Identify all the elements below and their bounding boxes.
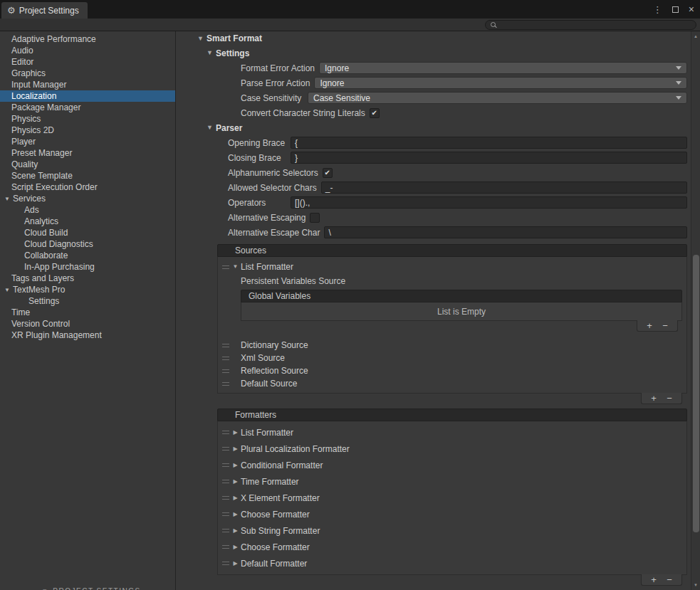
remove-button[interactable]: − <box>664 575 674 584</box>
foldout-open-icon[interactable]: ▼ <box>4 196 13 202</box>
sidebar-item-audio[interactable]: Audio <box>0 45 175 56</box>
drag-handle-icon[interactable] <box>222 369 229 373</box>
list-item-xml-source[interactable]: Xml Source <box>218 352 686 364</box>
sidebar-item-xr-plugin-management[interactable]: XR Plugin Management <box>0 330 175 341</box>
sidebar-item-scene-template[interactable]: Scene Template <box>0 170 175 181</box>
sidebar-item-tags-and-layers[interactable]: Tags and Layers <box>0 273 175 284</box>
sidebar-item-editor[interactable]: Editor <box>0 56 175 68</box>
sidebar-item-ads[interactable]: Ads <box>0 204 175 216</box>
sidebar-item-localization[interactable]: Localization <box>0 90 175 102</box>
drag-handle-icon[interactable] <box>222 496 229 500</box>
list-item-plural-localization-formatter[interactable]: ▶ Plural Localization Formatter <box>218 441 686 457</box>
field-row-case-sensitivity: Case Sensitivity Case Sensitive <box>241 90 687 105</box>
foldout-closed-icon[interactable]: ▶ <box>232 561 239 567</box>
checkbox[interactable]: ✔ <box>370 108 380 118</box>
sidebar-item-version-control[interactable]: Version Control <box>0 318 175 330</box>
remove-button[interactable]: − <box>660 321 670 330</box>
scroll-up-icon[interactable]: ▲ <box>691 33 700 40</box>
sidebar-item-player[interactable]: Player <box>0 136 175 147</box>
sidebar-item-services[interactable]: ▼ Services <box>0 193 175 204</box>
drag-handle-icon[interactable] <box>222 344 229 347</box>
sidebar-item-quality[interactable]: Quality <box>0 159 175 170</box>
sidebar-item-cloud-build[interactable]: Cloud Build <box>0 227 175 238</box>
text-input[interactable]: \ <box>324 226 687 238</box>
sidebar-item-adaptive-performance[interactable]: Adaptive Performance <box>0 33 175 45</box>
list-item-list-formatter[interactable]: ▶ List Formatter <box>218 424 686 441</box>
sidebar-item-analytics[interactable]: Analytics <box>0 216 175 227</box>
smart-format-foldout[interactable]: ▼ Smart Format <box>197 31 691 46</box>
foldout-open-icon[interactable]: ▼ <box>232 264 239 270</box>
drag-handle-icon[interactable] <box>222 545 229 549</box>
foldout-closed-icon[interactable]: ▶ <box>232 512 239 517</box>
foldout-closed-icon[interactable]: ▶ <box>232 446 239 452</box>
sidebar-item-package-manager[interactable]: Package Manager <box>0 102 175 113</box>
sidebar-item-graphics[interactable]: Graphics <box>0 68 175 79</box>
list-item-choose-formatter[interactable]: ▶ Choose Formatter <box>218 506 686 522</box>
foldout-closed-icon[interactable]: ▶ <box>232 479 239 485</box>
global-variables-header: Global Variables <box>241 290 682 302</box>
dropdown-field[interactable]: Case Sensitive <box>308 92 687 104</box>
drag-handle-icon[interactable] <box>222 512 229 516</box>
section-foldout[interactable]: ▼ Parser <box>207 120 691 135</box>
close-icon[interactable]: × <box>689 4 694 14</box>
section-foldout-icon: ▼ <box>207 50 214 56</box>
list-item-x-element-formatter[interactable]: ▶ X Element Formatter <box>218 490 686 506</box>
list-item-conditional-formatter[interactable]: ▶ Conditional Formatter <box>218 457 686 473</box>
dropdown-field[interactable]: Ignore <box>319 62 687 74</box>
tab-project-settings[interactable]: ⚙ Project Settings <box>1 2 88 19</box>
list-item-choose-formatter[interactable]: ▶ Choose Formatter <box>218 539 686 555</box>
search-input[interactable] <box>501 21 691 29</box>
drag-handle-icon[interactable] <box>222 357 229 360</box>
search-box[interactable] <box>485 20 696 30</box>
text-input[interactable]: _- <box>321 181 687 194</box>
foldout-closed-icon[interactable]: ▶ <box>232 430 239 436</box>
list-item-time-formatter[interactable]: ▶ Time Formatter <box>218 473 686 490</box>
list-item-list-formatter[interactable]: ▼ List Formatter <box>218 260 686 274</box>
foldout-open-icon[interactable]: ▼ <box>4 287 13 293</box>
drag-handle-icon[interactable] <box>222 265 229 269</box>
vertical-scrollbar[interactable]: ▲ ▼ <box>691 31 700 590</box>
list-item-dictionary-source[interactable]: Dictionary Source <box>218 339 686 352</box>
sidebar-item-cloud-diagnostics[interactable]: Cloud Diagnostics <box>0 238 175 250</box>
dropdown-field[interactable]: Ignore <box>314 77 687 89</box>
add-button[interactable]: + <box>644 321 654 330</box>
drag-handle-icon[interactable] <box>222 463 229 467</box>
list-item-reflection-source[interactable]: Reflection Source <box>218 364 686 377</box>
sidebar-item-time[interactable]: Time <box>0 307 175 318</box>
foldout-closed-icon[interactable]: ▶ <box>232 544 239 550</box>
sidebar-item-physics[interactable]: Physics <box>0 113 175 125</box>
maximize-icon[interactable] <box>672 6 679 13</box>
scrollbar-thumb[interactable] <box>693 255 699 532</box>
drag-handle-icon[interactable] <box>222 480 229 483</box>
section-foldout[interactable]: ▼ Settings <box>207 46 691 60</box>
sidebar-item-collaborate[interactable]: Collaborate <box>0 250 175 261</box>
drag-handle-icon[interactable] <box>222 529 229 532</box>
drag-handle-icon[interactable] <box>222 447 229 451</box>
sidebar-item-settings[interactable]: Settings <box>0 295 175 307</box>
sidebar-item-in-app-purchasing[interactable]: In-App Purchasing <box>0 261 175 273</box>
text-input[interactable]: []()., <box>291 196 687 209</box>
drag-handle-icon[interactable] <box>222 382 229 386</box>
drag-handle-icon[interactable] <box>222 562 229 565</box>
sidebar-item-physics-2d[interactable]: Physics 2D <box>0 125 175 136</box>
list-item-default-source[interactable]: Default Source <box>218 377 686 390</box>
foldout-closed-icon[interactable]: ▶ <box>232 463 239 468</box>
sidebar-item-preset-manager[interactable]: Preset Manager <box>0 147 175 159</box>
sidebar-item-input-manager[interactable]: Input Manager <box>0 79 175 90</box>
foldout-closed-icon[interactable]: ▶ <box>232 528 239 534</box>
list-item-default-formatter[interactable]: ▶ Default Formatter <box>218 555 686 571</box>
remove-button[interactable]: − <box>664 394 674 403</box>
text-input[interactable]: } <box>291 152 687 164</box>
checkbox[interactable]: ✔ <box>323 168 333 178</box>
window-menu-icon[interactable]: ⋮ <box>653 5 662 14</box>
scroll-down-icon[interactable]: ▼ <box>691 581 700 589</box>
add-button[interactable]: + <box>649 575 659 584</box>
drag-handle-icon[interactable] <box>222 431 229 434</box>
sidebar-item-script-execution-order[interactable]: Script Execution Order <box>0 181 175 193</box>
foldout-closed-icon[interactable]: ▶ <box>232 495 239 501</box>
sidebar-item-textmesh-pro[interactable]: ▼ TextMesh Pro <box>0 284 175 295</box>
text-input[interactable]: { <box>291 137 687 149</box>
list-item-sub-string-formatter[interactable]: ▶ Sub String Formatter <box>218 522 686 539</box>
checkbox[interactable] <box>310 213 320 223</box>
add-button[interactable]: + <box>649 394 659 403</box>
